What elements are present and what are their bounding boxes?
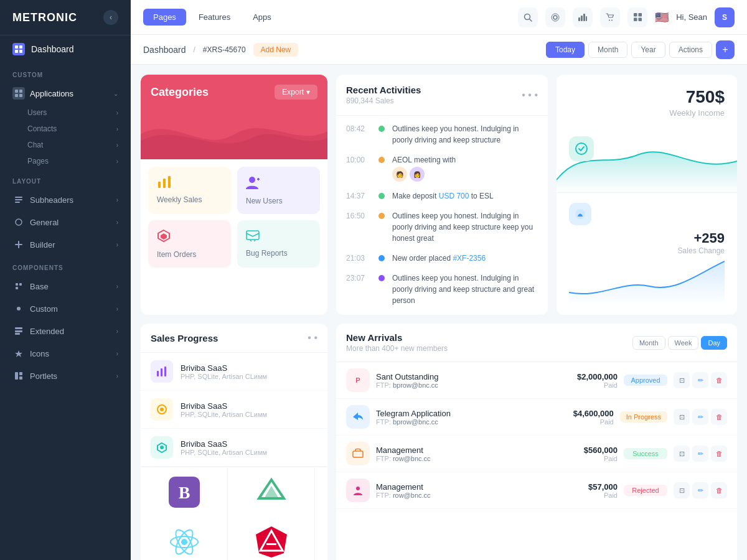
- svg-rect-36: [638, 13, 642, 17]
- timeline-item: 08:42 Outlines keep you honest. Indulgin…: [346, 123, 538, 146]
- tl-time-2: 14:37: [346, 190, 371, 200]
- sidebar-item-subheaders[interactable]: Subheaders ›: [0, 189, 131, 211]
- svg-rect-18: [15, 327, 22, 329]
- activities-menu-dots[interactable]: • • •: [522, 90, 538, 101]
- sidebar-item-dashboard[interactable]: Dashboard: [0, 35, 131, 63]
- arr-name-3: Management: [376, 482, 555, 492]
- svg-rect-37: [634, 18, 637, 22]
- svg-rect-29: [578, 17, 580, 21]
- timeline-item: 10:00 AEOL meeting with 🧑 👩: [346, 154, 538, 182]
- language-flag[interactable]: 🇺🇸: [655, 11, 669, 24]
- svg-line-26: [530, 19, 532, 21]
- arr-edit-button-2[interactable]: ✏: [692, 446, 708, 462]
- sales-avatar: [569, 203, 591, 225]
- sidebar-logo: METRONIC ‹: [0, 0, 131, 35]
- subheaders-chevron: ›: [116, 197, 118, 203]
- contacts-label: Contacts: [27, 124, 57, 133]
- sidebar-item-base[interactable]: Base ›: [0, 275, 131, 297]
- tl-highlight-4: #XF-2356: [453, 254, 486, 263]
- sidebar-item-custom[interactable]: Custom ›: [0, 297, 131, 320]
- arr-row-1: Telegram Application FTP: bprow@bnc.cc $…: [336, 399, 737, 436]
- svg-rect-72: [353, 451, 363, 457]
- arr-edit-button-0[interactable]: ✏: [692, 372, 708, 388]
- period-today-button[interactable]: Today: [546, 42, 585, 58]
- new-users-icon: [246, 175, 261, 193]
- builder-label: Builder: [30, 240, 55, 250]
- actions-button[interactable]: Actions: [669, 42, 712, 58]
- svg-point-73: [356, 487, 360, 490]
- sp-item-2: Briviba SaaS PHP, SQLite, Artisan CLимм: [141, 429, 327, 467]
- tl-dot-4: [378, 255, 385, 261]
- portlets-chevron: ›: [116, 373, 118, 380]
- custom-chevron: ›: [116, 306, 118, 312]
- svg-rect-14: [16, 283, 18, 286]
- chart-icon-button[interactable]: [573, 7, 593, 27]
- sidebar-item-applications[interactable]: Applications ⌄: [0, 82, 131, 105]
- svg-rect-19: [15, 330, 22, 332]
- timeline-item: 14:37 Make deposit USD 700 to ESL: [346, 190, 538, 202]
- period-year-button[interactable]: Year: [631, 42, 665, 58]
- svg-rect-9: [15, 199, 22, 200]
- arr-copy-button-1[interactable]: ⊡: [674, 409, 690, 425]
- category-weekly-sales[interactable]: Weekly Sales: [148, 167, 231, 214]
- svg-rect-47: [247, 231, 259, 240]
- sidebar-item-general[interactable]: General ›: [0, 211, 131, 233]
- svg-point-34: [611, 19, 613, 21]
- sp-name-2: Briviba SaaS: [181, 439, 267, 449]
- export-button[interactable]: Export ▾: [275, 85, 317, 100]
- arr-actions-2: ⊡ ✏ 🗑: [674, 446, 727, 462]
- grid-icon-button[interactable]: [627, 7, 647, 27]
- sidebar-sub-pages[interactable]: Pages ›: [0, 153, 131, 169]
- arrivals-day-button[interactable]: Day: [701, 336, 727, 350]
- activities-timeline: 08:42 Outlines keep you honest. Indulgin…: [336, 116, 548, 314]
- svg-rect-7: [19, 94, 22, 97]
- search-icon-button[interactable]: [518, 7, 538, 27]
- breadcrumb-ref: #XRS-45670: [203, 45, 246, 54]
- network-icon-button[interactable]: [545, 7, 565, 27]
- react-logo: [141, 517, 228, 560]
- nav-features-button[interactable]: Features: [189, 9, 240, 26]
- income-avatar: [569, 136, 594, 161]
- sidebar-sub-chat[interactable]: Chat ›: [0, 137, 131, 153]
- arr-delete-button-3[interactable]: 🗑: [711, 482, 727, 498]
- sidebar-item-icons[interactable]: Icons ›: [0, 342, 131, 365]
- arr-delete-button-1[interactable]: 🗑: [711, 409, 727, 425]
- sidebar-sub-contacts[interactable]: Contacts ›: [0, 121, 131, 137]
- svg-point-50: [576, 143, 587, 154]
- category-item-orders[interactable]: Item Orders: [148, 220, 231, 268]
- period-month-button[interactable]: Month: [588, 42, 627, 58]
- arr-edit-button-1[interactable]: ✏: [692, 409, 708, 425]
- components-section-label: COMPONENTS: [0, 256, 131, 275]
- user-avatar[interactable]: S: [715, 7, 735, 27]
- arr-edit-button-3[interactable]: ✏: [692, 482, 708, 498]
- svg-rect-8: [15, 197, 22, 198]
- category-bug-reports[interactable]: Bug Reports: [237, 220, 320, 268]
- arr-delete-button-2[interactable]: 🗑: [711, 446, 727, 462]
- nav-apps-button[interactable]: Apps: [243, 9, 281, 26]
- arr-copy-button-3[interactable]: ⊡: [674, 482, 690, 498]
- arrivals-month-button[interactable]: Month: [632, 336, 665, 350]
- arr-copy-button-0[interactable]: ⊡: [674, 372, 690, 388]
- svg-rect-15: [19, 283, 22, 286]
- add-icon-button[interactable]: +: [716, 40, 735, 59]
- sidebar-sub-users[interactable]: Users ›: [0, 105, 131, 121]
- arr-copy-button-2[interactable]: ⊡: [674, 446, 690, 462]
- tl-text-3: Outlines keep you honest. Indulging in p…: [392, 210, 538, 244]
- sidebar-item-extended[interactable]: Extended ›: [0, 320, 131, 342]
- sidebar-item-portlets[interactable]: Portlets ›: [0, 365, 131, 387]
- cart-icon-button[interactable]: [600, 7, 620, 27]
- categories-header: Categories Export ▾: [141, 75, 327, 110]
- sidebar-item-builder[interactable]: Builder ›: [0, 233, 131, 256]
- sp-menu-dots[interactable]: • •: [308, 332, 317, 343]
- nav-pages-button[interactable]: Pages: [143, 9, 186, 26]
- arr-delete-button-0[interactable]: 🗑: [711, 372, 727, 388]
- category-new-users[interactable]: New Users: [237, 167, 320, 214]
- sidebar-collapse-button[interactable]: ‹: [103, 10, 118, 25]
- add-new-button[interactable]: Add New: [253, 43, 299, 57]
- arrivals-week-button[interactable]: Week: [668, 336, 699, 350]
- arr-paid-2: Paid: [561, 455, 618, 462]
- arr-paid-0: Paid: [561, 381, 618, 389]
- arr-ftp-2: row@bnc.cc: [393, 455, 431, 462]
- svg-rect-24: [19, 376, 22, 380]
- arr-icon-3: [346, 478, 370, 502]
